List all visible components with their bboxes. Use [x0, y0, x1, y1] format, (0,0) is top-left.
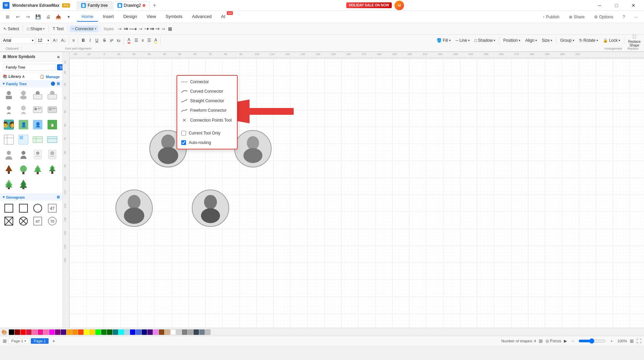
- menu-tab-ai[interactable]: AI hot: [216, 12, 230, 22]
- menu-tab-symbols[interactable]: Symbols: [161, 12, 187, 22]
- connector-option-freeform[interactable]: Freeform Connector: [177, 106, 237, 115]
- superscript-btn[interactable]: x²: [109, 37, 115, 44]
- help-btn[interactable]: ?: [619, 13, 628, 21]
- genogram-item-5[interactable]: [3, 215, 15, 227]
- page-tab[interactable]: Page-1 ▾: [8, 338, 29, 344]
- color-swatch-yellow[interactable]: [84, 329, 89, 335]
- italic-btn[interactable]: I: [88, 37, 93, 44]
- shape-item-5[interactable]: [3, 104, 15, 116]
- shape-item-4[interactable]: [46, 89, 58, 101]
- color-swatch-slategray[interactable]: [199, 329, 205, 335]
- text-btn[interactable]: T Text: [51, 25, 66, 32]
- tab-drawing2[interactable]: 📄 Drawing2: [113, 1, 150, 10]
- align-center-btn[interactable]: ☰: [146, 37, 152, 44]
- fit-page-btn[interactable]: ⊞: [630, 338, 634, 344]
- current-tool-checkbox[interactable]: [181, 131, 186, 136]
- position-btn[interactable]: Position ▾: [501, 37, 522, 44]
- connector-option-connection-points[interactable]: ✕ Connection Points Tool: [177, 115, 237, 125]
- auto-routing-option[interactable]: Auto-routing: [177, 138, 237, 147]
- shape-item-9[interactable]: 👨‍👩: [3, 119, 15, 131]
- color-swatch-blue[interactable]: [130, 329, 135, 335]
- increase-font-btn[interactable]: A↑: [52, 37, 59, 44]
- tab-family-tree[interactable]: 📄 Family tree: [77, 1, 112, 10]
- undo-btn[interactable]: ↩: [13, 12, 22, 22]
- color-swatch-charcoal[interactable]: [194, 329, 199, 335]
- line-btn[interactable]: ─ Line ▾: [454, 37, 472, 44]
- export-dropdown[interactable]: ▾: [64, 12, 73, 22]
- color-swatch-gray[interactable]: [182, 329, 187, 335]
- color-swatch-royalblue[interactable]: [136, 329, 141, 335]
- shape-item-2[interactable]: [17, 89, 30, 101]
- add-tab-button[interactable]: +: [150, 1, 159, 10]
- color-swatch-violet[interactable]: [153, 329, 159, 335]
- section-settings[interactable]: ⊞: [57, 82, 60, 86]
- share-btn[interactable]: ⊕ Share: [566, 13, 588, 21]
- export-btn[interactable]: 📤: [54, 12, 63, 22]
- color-swatch-teal[interactable]: [113, 329, 118, 335]
- color-swatch-black[interactable]: [9, 329, 14, 335]
- color-swatch-magenta[interactable]: [49, 329, 55, 335]
- zoom-minus-btn[interactable]: −: [570, 338, 576, 344]
- layers-toggle[interactable]: ⊞: [539, 338, 543, 344]
- zoom-slider[interactable]: [578, 338, 606, 344]
- more-btn[interactable]: ···: [631, 13, 641, 21]
- active-page-tab[interactable]: Page-1: [31, 338, 49, 344]
- redo-btn[interactable]: ↪: [23, 12, 33, 22]
- color-swatch-lime[interactable]: [95, 329, 101, 335]
- genogram-item-1[interactable]: [3, 202, 15, 214]
- color-swatch-lightgray[interactable]: [176, 329, 182, 335]
- shadow-btn[interactable]: □ Shadow ▾: [473, 37, 498, 44]
- fill-btn[interactable]: 🪣 Fill ▾: [435, 37, 453, 44]
- rotate-btn[interactable]: ↻ Rotate ▾: [577, 37, 600, 44]
- auto-routing-checkbox[interactable]: [181, 140, 186, 145]
- connector-option-straight[interactable]: Straight Connector: [177, 96, 237, 106]
- genogram-item-7[interactable]: 47: [32, 215, 44, 227]
- color-swatch-tan[interactable]: [165, 329, 170, 335]
- user-avatar[interactable]: M: [394, 1, 404, 10]
- arrow-style-5[interactable]: ⇢: [144, 25, 149, 32]
- shape-item-3[interactable]: [32, 89, 44, 101]
- shape-item-18[interactable]: [17, 148, 30, 161]
- shape-item-8[interactable]: [46, 104, 58, 116]
- color-swatch-navy[interactable]: [142, 329, 147, 335]
- play-btn[interactable]: ▶: [564, 339, 567, 343]
- color-swatch-hotpink[interactable]: [43, 329, 49, 335]
- highlight-btn[interactable]: A: [153, 37, 159, 44]
- search-input[interactable]: [3, 64, 56, 71]
- color-swatch-crimson[interactable]: [26, 329, 32, 335]
- color-swatch-orange[interactable]: [67, 329, 72, 335]
- menu-tab-design[interactable]: Design: [118, 12, 142, 22]
- genogram-item-2[interactable]: [17, 202, 30, 214]
- select-tool-btn[interactable]: ↖ Select: [1, 25, 21, 32]
- replace-shape-btn[interactable]: ⬚ Replace Shape: [626, 33, 643, 48]
- search-button[interactable]: Search: [57, 64, 63, 70]
- lock-btn[interactable]: 🔒 Lock ▾: [601, 37, 622, 44]
- align-btn[interactable]: ≡: [71, 37, 76, 44]
- color-picker-btn[interactable]: 🎨: [1, 329, 7, 335]
- arrow-style-8[interactable]: →: [161, 26, 166, 32]
- color-swatch-silver[interactable]: [205, 329, 210, 335]
- back-button[interactable]: ⊞: [3, 12, 12, 22]
- color-swatch-green[interactable]: [101, 329, 107, 335]
- underline-btn[interactable]: U: [93, 37, 100, 44]
- menu-tab-advanced[interactable]: Advanced: [187, 12, 216, 22]
- pine-shape-2[interactable]: [17, 178, 30, 191]
- menu-tab-view[interactable]: View: [142, 12, 161, 22]
- maximize-button[interactable]: □: [609, 0, 624, 11]
- shape-item-15[interactable]: [32, 133, 44, 146]
- section-toggle[interactable]: 🔵: [51, 82, 55, 86]
- color-swatch-pink[interactable]: [32, 329, 37, 335]
- shape-item-17[interactable]: [3, 148, 15, 161]
- color-swatch-indigo[interactable]: [147, 329, 153, 335]
- align-shape-btn[interactable]: Align ▾: [523, 37, 539, 44]
- color-swatch-gold[interactable]: [90, 329, 95, 335]
- pine-shape-1[interactable]: [3, 178, 15, 191]
- color-swatch-orangered[interactable]: [78, 329, 84, 335]
- color-swatch-darkgray[interactable]: [188, 329, 193, 335]
- close-button[interactable]: ✕: [626, 0, 641, 11]
- arrow-style-1[interactable]: →: [117, 26, 123, 32]
- color-swatch-lightblue[interactable]: [124, 329, 130, 335]
- shape-item-14[interactable]: [17, 133, 30, 146]
- font-color-btn[interactable]: A: [126, 36, 132, 44]
- arrow-style-4[interactable]: →: [138, 26, 143, 32]
